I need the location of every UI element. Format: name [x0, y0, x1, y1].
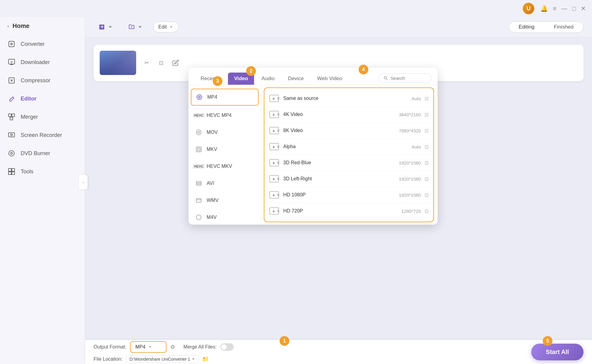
- step-badge-3: 3: [213, 76, 222, 86]
- preset-res-1: 3840*2160: [399, 112, 421, 117]
- format-item-mp4[interactable]: MP4: [191, 89, 259, 106]
- preset-res-7: 1280*720: [401, 209, 421, 214]
- svg-rect-6: [10, 117, 13, 120]
- menu-icon[interactable]: ≡: [553, 5, 556, 12]
- svg-rect-4: [9, 114, 11, 117]
- format-item-m4v[interactable]: M4V: [188, 209, 261, 225]
- settings-icon[interactable]: ⚙: [170, 344, 175, 350]
- preset-res-4: 1920*1080: [399, 160, 421, 165]
- sidebar-item-dvd-burner[interactable]: DVD Burner: [0, 144, 85, 162]
- user-avatar: U: [523, 3, 534, 14]
- format-tab-web-video[interactable]: Web Video: [311, 73, 349, 85]
- minimize-button[interactable]: —: [561, 5, 567, 12]
- file-location-row: File Location: D:\Wondershare UniConvert…: [94, 355, 234, 363]
- format-panel: Recently Video Audio Device Web Video: [188, 68, 438, 225]
- close-button[interactable]: ✕: [581, 5, 586, 12]
- sidebar-home[interactable]: ‹ Home: [0, 17, 85, 35]
- svg-rect-21: [198, 148, 200, 151]
- cut-icon[interactable]: ✂: [141, 57, 152, 68]
- preset-3d-left-right[interactable]: ▶ 3D Left-Right 1920*1080 ⊡: [264, 171, 433, 187]
- preset-edit-icon-0[interactable]: ⊡: [425, 96, 429, 101]
- preset-alpha[interactable]: ▶ Alpha Auto ⊡: [264, 139, 433, 155]
- sidebar-item-merger[interactable]: Merger: [0, 108, 85, 126]
- mp4-icon: [195, 93, 204, 101]
- sidebar-collapse-button[interactable]: ‹: [79, 175, 88, 189]
- format-tab-audio[interactable]: Audio: [255, 73, 281, 85]
- preset-name-4: 3D Red-Blue: [283, 160, 399, 165]
- svg-point-9: [9, 151, 14, 156]
- preset-3d-red-blue[interactable]: ▶ 3D Red-Blue 1920*1080 ⊡: [264, 155, 433, 171]
- maximize-button[interactable]: □: [572, 5, 576, 12]
- content-area: ✂ ⊡ 2 3 4 Recently Video Audio Device We…: [85, 37, 592, 94]
- svg-rect-11: [9, 168, 11, 171]
- sidebar-item-converter[interactable]: Converter: [0, 35, 85, 53]
- title-bar: U 🔔 ≡ — □ ✕: [0, 0, 592, 17]
- preset-video-icon-5: ▶: [269, 175, 279, 182]
- format-search-input[interactable]: [391, 76, 427, 81]
- compressor-icon: [7, 76, 16, 85]
- mkv-label: MKV: [207, 147, 217, 152]
- avi-icon: [194, 179, 203, 188]
- hevc-mkv-icon: HEVC: [194, 162, 203, 171]
- output-format-label: Output Format:: [94, 344, 126, 350]
- format-tabs: Recently Video Audio Device Web Video: [188, 68, 438, 85]
- converter-icon: [7, 40, 16, 48]
- preset-video-icon-6: ▶: [269, 191, 279, 199]
- dvd-burner-icon: [7, 149, 16, 158]
- file-location-label: File Location:: [94, 356, 122, 362]
- merge-toggle[interactable]: [220, 343, 234, 351]
- format-tab-device[interactable]: Device: [282, 73, 310, 85]
- file-path-select[interactable]: D:\Wondershare UniConverter 1: [126, 355, 198, 363]
- downloader-label: Downloader: [21, 59, 50, 66]
- folder-icon[interactable]: 📁: [202, 356, 209, 362]
- preset-res-0: Auto: [411, 96, 421, 101]
- preset-edit-icon-3[interactable]: ⊡: [425, 144, 429, 150]
- sidebar-item-screen-recorder[interactable]: Screen Recorder: [0, 126, 85, 144]
- tools-label: Tools: [21, 168, 33, 175]
- preset-edit-icon-6[interactable]: ⊡: [425, 192, 429, 198]
- format-item-avi[interactable]: AVI: [188, 175, 261, 192]
- status-tab-group: Editing Finished: [509, 21, 583, 33]
- preset-edit-icon-7[interactable]: ⊡: [425, 208, 429, 214]
- preset-edit-icon-2[interactable]: ⊡: [425, 128, 429, 134]
- bell-icon[interactable]: 🔔: [540, 5, 548, 12]
- preset-4k-video[interactable]: ▶ 4K Video 3840*2160 ⊡: [264, 107, 433, 123]
- video-action-buttons: ✂ ⊡: [141, 57, 181, 68]
- tab-finished[interactable]: Finished: [544, 22, 583, 32]
- format-item-mov[interactable]: MOV: [188, 124, 261, 141]
- sidebar-item-downloader[interactable]: Downloader: [0, 53, 85, 71]
- sidebar-item-editor[interactable]: Editor: [0, 90, 85, 108]
- editor-icon: [7, 94, 16, 103]
- format-body: MP4 HEVC HEVC MP4 MOV: [188, 85, 438, 225]
- edit-dropdown-label: Edit: [158, 24, 167, 30]
- preset-same-as-source[interactable]: ▶ Same as source Auto ⊡: [264, 90, 433, 107]
- preset-edit-icon-1[interactable]: ⊡: [425, 112, 429, 117]
- edit-icon[interactable]: [170, 57, 181, 68]
- add-folder-button[interactable]: [123, 21, 148, 33]
- crop-icon[interactable]: ⊡: [156, 57, 167, 68]
- start-all-button[interactable]: Start All: [531, 344, 583, 360]
- tab-editing[interactable]: Editing: [509, 22, 544, 32]
- preset-hd-720p[interactable]: ▶ HD 720P 1280*720 ⊡: [264, 203, 433, 219]
- add-file-button[interactable]: [94, 21, 119, 33]
- format-item-hevc-mkv[interactable]: HEVC HEVC MKV: [188, 158, 261, 175]
- format-item-mkv[interactable]: MKV: [188, 141, 261, 158]
- sidebar-item-compressor[interactable]: Compressor: [0, 71, 85, 90]
- compressor-label: Compressor: [21, 77, 50, 84]
- output-format-select[interactable]: MP4: [130, 341, 167, 353]
- svg-point-19: [198, 131, 200, 133]
- format-item-wmv[interactable]: WMV: [188, 192, 261, 209]
- format-item-hevc-mp4[interactable]: HEVC HEVC MP4: [188, 107, 261, 124]
- format-search-box[interactable]: [379, 73, 432, 83]
- sidebar-back-icon[interactable]: ‹: [7, 23, 9, 29]
- preset-edit-icon-5[interactable]: ⊡: [425, 176, 429, 182]
- svg-rect-25: [196, 199, 201, 202]
- mkv-icon: [194, 145, 203, 154]
- preset-edit-icon-4[interactable]: ⊡: [425, 160, 429, 166]
- preset-8k-video[interactable]: ▶ 8K Video 7680*4320 ⊡: [264, 123, 433, 139]
- sidebar-item-tools[interactable]: Tools: [0, 162, 85, 181]
- svg-rect-22: [196, 182, 201, 185]
- edit-dropdown[interactable]: Edit: [153, 22, 179, 32]
- tools-icon: [7, 167, 16, 176]
- preset-hd-1080p[interactable]: ▶ HD 1080P 1920*1080 ⊡: [264, 187, 433, 203]
